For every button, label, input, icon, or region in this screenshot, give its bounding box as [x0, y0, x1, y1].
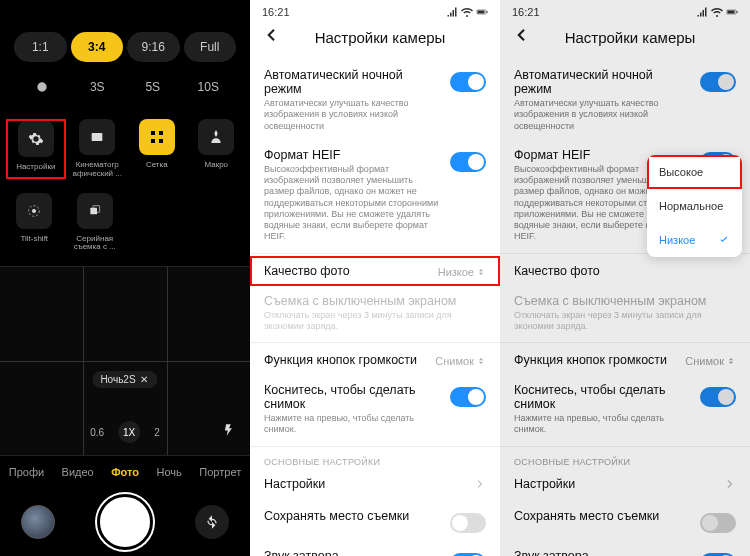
quality-high-option[interactable]: Высокое	[647, 155, 742, 189]
quality-low-option[interactable]: Низкое	[647, 223, 742, 257]
heif-title: Формат HEIF	[264, 148, 442, 162]
settings-panel: 16:21 Настройки камеры Автоматический но…	[250, 0, 500, 556]
heif-toggle[interactable]	[450, 152, 486, 172]
battery-icon	[476, 6, 488, 18]
cinematic-tile[interactable]: Кинематогр афический ...	[70, 119, 126, 179]
mode-pro[interactable]: Профи	[9, 466, 44, 478]
viewfinder[interactable]: Ночь2S ✕ 0.6 1X 2	[0, 266, 250, 456]
timer-3s[interactable]: 3S	[70, 80, 126, 97]
save-location-toggle[interactable]	[450, 513, 486, 533]
clock: 16:21	[262, 6, 290, 18]
shutter-sound-row[interactable]: Звук затвора	[250, 541, 500, 557]
night-tag[interactable]: Ночь2S ✕	[92, 371, 157, 388]
shutter-sound-toggle[interactable]	[450, 553, 486, 557]
shutter-sound-row[interactable]: Звук затвора	[500, 541, 750, 557]
status-bar: 16:21	[250, 0, 500, 20]
zoom-2[interactable]: 2	[154, 427, 160, 438]
battery-icon	[726, 6, 738, 18]
volume-btn-row[interactable]: Функция кнопок громкости Снимок	[250, 345, 500, 375]
gridline	[0, 361, 250, 362]
settings-tile[interactable]: Настройки	[6, 119, 66, 179]
camera-options-row1: Настройки Кинематогр афический ... Сетка…	[0, 111, 250, 193]
chevron-right-icon	[724, 478, 736, 490]
divider	[250, 253, 500, 254]
volume-btn-title: Функция кнопок громкости	[514, 353, 677, 367]
aspect-ratio-row: 1:1 3:4 9:16 Full	[0, 0, 250, 72]
shutter-sound-title: Звук затвора	[514, 549, 692, 557]
section-label: ОСНОВНЫЕ НАСТРОЙКИ	[500, 449, 750, 467]
save-location-row[interactable]: Сохранять место съемки	[250, 501, 500, 541]
mode-video[interactable]: Видео	[62, 466, 94, 478]
save-location-row[interactable]: Сохранять место съемки	[500, 501, 750, 541]
quality-normal-option[interactable]: Нормальное	[647, 189, 742, 223]
tap-shoot-toggle[interactable]	[700, 387, 736, 407]
flash-icon[interactable]	[222, 423, 236, 441]
mode-night[interactable]: Ночь	[157, 466, 182, 478]
settings-subrow[interactable]: Настройки	[500, 467, 750, 501]
mode-portrait[interactable]: Портрет	[199, 466, 241, 478]
chevron-right-icon	[474, 478, 486, 490]
screenoff-row: Съемка с выключенным экраномОтключать эк…	[250, 286, 500, 341]
heif-row[interactable]: Формат HEIFВысокоэффективный формат изоб…	[250, 140, 500, 251]
aspect-9-16[interactable]: 9:16	[127, 32, 180, 62]
header: Настройки камеры	[500, 20, 750, 60]
switch-camera-button[interactable]	[195, 505, 229, 539]
zoom-1x[interactable]: 1X	[118, 421, 140, 443]
cinematic-icon	[89, 129, 105, 145]
cinematic-label: Кинематогр афический ...	[70, 161, 126, 179]
divider	[500, 446, 750, 447]
chevron-updown-icon	[476, 356, 486, 366]
burst-tile[interactable]: Серийная съемка с ...	[67, 193, 124, 253]
burst-label: Серийная съемка с ...	[67, 235, 124, 253]
auto-night-toggle[interactable]	[450, 72, 486, 92]
photo-quality-value: Низкое	[438, 266, 486, 278]
aspect-full[interactable]: Full	[184, 32, 237, 62]
settings-panel-with-dropdown: 16:21 Настройки камеры Автоматический но…	[500, 0, 750, 556]
auto-night-row[interactable]: Автоматический ночной режимАвтоматически…	[250, 60, 500, 140]
tap-shoot-toggle[interactable]	[450, 387, 486, 407]
save-location-toggle[interactable]	[700, 513, 736, 533]
section-label: ОСНОВНЫЕ НАСТРОЙКИ	[250, 449, 500, 467]
page-title: Настройки камеры	[548, 29, 712, 46]
zoom-row: 0.6 1X 2	[90, 421, 159, 443]
tap-shoot-row[interactable]: Коснитесь, чтобы сделать снимокНажмите н…	[500, 375, 750, 444]
svg-rect-10	[728, 11, 735, 14]
aspect-3-4[interactable]: 3:4	[71, 32, 124, 62]
tiltshift-icon	[26, 203, 42, 219]
mode-row: Профи Видео Фото Ночь Портрет	[0, 456, 250, 488]
timer-5s[interactable]: 5S	[125, 80, 181, 97]
divider	[500, 342, 750, 343]
tap-shoot-sub: Нажмите на превью, чтобы сделать снимок.	[264, 413, 442, 436]
divider	[250, 342, 500, 343]
aspect-1-1[interactable]: 1:1	[14, 32, 67, 62]
volume-btn-value: Снимок	[685, 355, 736, 367]
timer-10s[interactable]: 10S	[181, 80, 237, 97]
photo-quality-row[interactable]: Качество фото	[500, 256, 750, 286]
tap-shoot-sub: Нажмите на превью, чтобы сделать снимок.	[514, 413, 692, 436]
camera-app-panel: 1:1 3:4 9:16 Full 3S 5S 10S Настройки Ки…	[0, 0, 250, 556]
screenoff-sub: Отключать экран через 3 минуты записи дл…	[514, 310, 736, 333]
volume-btn-title: Функция кнопок громкости	[264, 353, 427, 367]
photo-quality-row[interactable]: Качество фото Низкое	[250, 256, 500, 286]
back-button[interactable]	[512, 26, 530, 48]
timer-icon[interactable]	[14, 80, 70, 97]
macro-tile[interactable]: Макро	[189, 119, 245, 179]
mode-photo[interactable]: Фото	[111, 466, 139, 478]
close-icon[interactable]: ✕	[140, 374, 148, 385]
zoom-0-6[interactable]: 0.6	[90, 427, 104, 438]
check-icon	[718, 234, 730, 246]
svg-rect-6	[487, 11, 488, 13]
grid-tile[interactable]: Сетка	[129, 119, 185, 179]
grid-icon	[149, 129, 165, 145]
gallery-thumbnail[interactable]	[21, 505, 55, 539]
settings-subrow[interactable]: Настройки	[250, 467, 500, 501]
tap-shoot-row[interactable]: Коснитесь, чтобы сделать снимокНажмите н…	[250, 375, 500, 444]
tiltshift-tile[interactable]: Tilt-shift	[6, 193, 63, 253]
auto-night-row[interactable]: Автоматический ночной режимАвтоматически…	[500, 60, 750, 140]
volume-btn-row[interactable]: Функция кнопок громкости Снимок	[500, 345, 750, 375]
shutter-sound-toggle[interactable]	[700, 553, 736, 557]
shutter-button[interactable]	[97, 494, 153, 550]
back-button[interactable]	[262, 26, 280, 48]
auto-night-toggle[interactable]	[700, 72, 736, 92]
chevron-updown-icon	[476, 267, 486, 277]
